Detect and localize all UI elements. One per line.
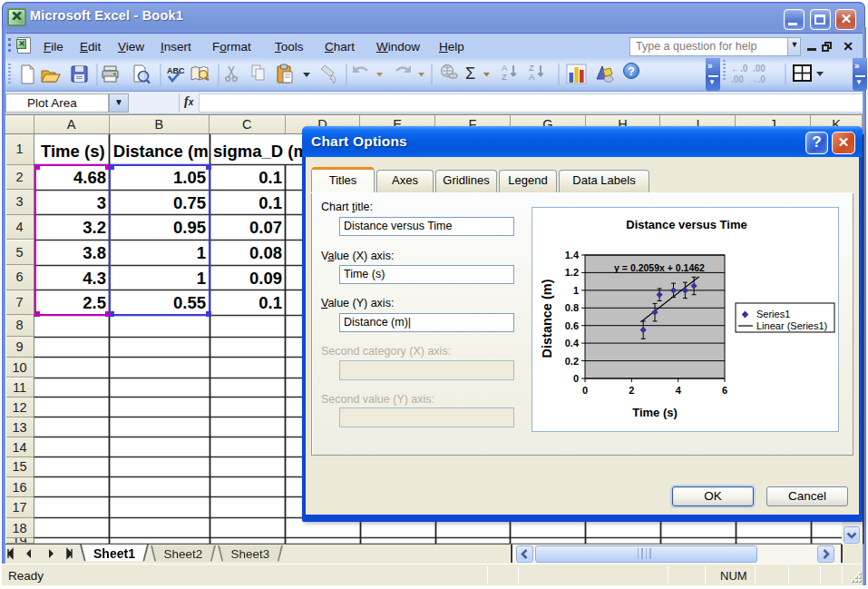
svg-text:Distance (m): Distance (m) [540, 279, 554, 358]
svg-text:Series1: Series1 [756, 309, 790, 319]
svg-text:0.2: 0.2 [565, 356, 579, 367]
svg-text:Linear (Series1): Linear (Series1) [756, 320, 827, 331]
svg-text:1: 1 [573, 285, 579, 296]
svg-text:2: 2 [629, 385, 634, 396]
svg-text:6: 6 [722, 385, 727, 396]
svg-text:1.2: 1.2 [565, 267, 579, 278]
svg-text:y = 0.2059x + 0.1462: y = 0.2059x + 0.1462 [614, 262, 705, 273]
svg-text:4: 4 [676, 385, 682, 396]
svg-text:0.4: 0.4 [565, 338, 580, 348]
svg-text:0: 0 [582, 385, 588, 396]
svg-text:0.8: 0.8 [565, 302, 579, 313]
svg-text:0.6: 0.6 [565, 320, 579, 331]
svg-text:Time (s): Time (s) [632, 406, 678, 419]
svg-text:1.4: 1.4 [565, 250, 580, 260]
svg-text:Distance versus Time: Distance versus Time [626, 218, 746, 231]
svg-text:0: 0 [573, 373, 579, 384]
